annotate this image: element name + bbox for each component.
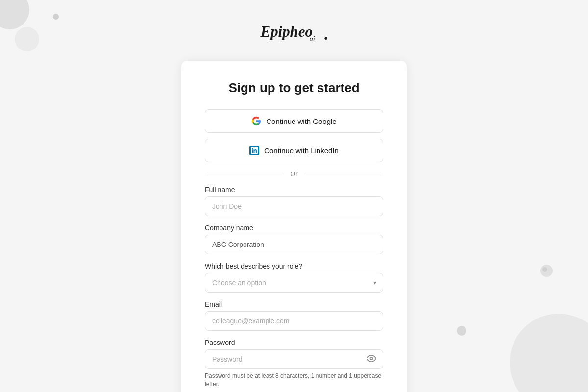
role-label: Which best describes your role? [205,262,383,270]
signup-form-card: Sign up to get started Continue with Goo… [181,61,407,392]
svg-point-2 [325,37,327,39]
role-select[interactable]: Choose an option Executive / C-Suite Man… [205,273,383,293]
svg-point-3 [370,357,373,360]
divider-line-left [205,174,284,174]
logo-container: Epipheo ai [258,20,329,46]
password-wrapper [205,349,383,369]
or-divider: Or [205,170,383,178]
linkedin-icon [249,146,259,155]
role-select-wrapper: Choose an option Executive / C-Suite Man… [205,273,383,293]
bg-decoration-3 [15,27,39,51]
company-label: Company name [205,224,383,232]
google-signin-button[interactable]: Continue with Google [205,109,383,133]
company-input[interactable] [205,235,383,254]
page-container: Epipheo ai Sign up to get started Contin… [0,0,588,392]
bg-decoration-5 [457,326,466,336]
svg-text:Epipheo: Epipheo [260,23,313,40]
password-visibility-toggle[interactable] [366,353,377,366]
epipheo-logo: Epipheo ai [258,20,329,44]
divider-text: Or [290,170,298,178]
bg-decoration-2 [53,14,59,20]
password-input[interactable] [205,349,383,369]
password-hint: Password must be at least 8 characters, … [205,372,383,389]
email-input[interactable] [205,311,383,331]
svg-text:ai: ai [310,35,315,43]
divider-line-right [304,174,383,174]
company-field-group: Company name [205,224,383,254]
google-button-label: Continue with Google [266,117,336,125]
eye-icon [367,354,376,364]
password-label: Password [205,339,383,346]
fullname-input[interactable] [205,196,383,216]
fullname-label: Full name [205,186,383,194]
linkedin-button-label: Continue with LinkedIn [264,147,339,155]
role-field-group: Which best describes your role? Choose a… [205,262,383,293]
linkedin-signin-button[interactable]: Continue with LinkedIn [205,139,383,162]
email-field-group: Email [205,300,383,331]
google-icon [251,116,261,126]
page-title: Sign up to get started [205,80,383,96]
bg-decoration-7 [542,267,547,272]
email-label: Email [205,300,383,308]
password-field-group: Password Password must be at least 8 cha… [205,339,383,389]
fullname-field-group: Full name [205,186,383,216]
